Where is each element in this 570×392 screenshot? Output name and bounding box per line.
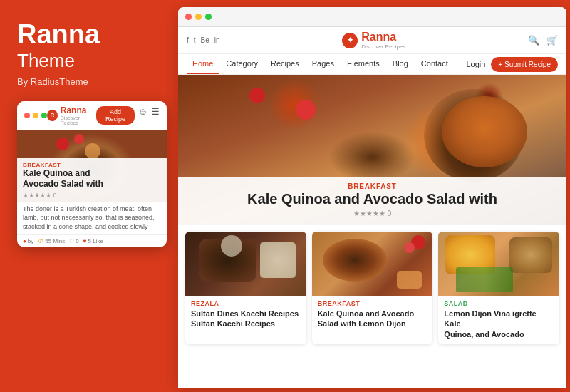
mobile-menu-icon[interactable]: ☰ (151, 106, 160, 125)
brand-name: Ranna (17, 20, 157, 50)
card-3-body: Salad Lemon Dijon Vina igrette Kale Quin… (438, 296, 559, 344)
card-3-title: Lemon Dijon Vina igrette Kale Quinoa, an… (444, 309, 554, 339)
mobile-topbar: R Ranna Discover Recipes Add Recipe ☺ ☰ (17, 101, 167, 130)
search-icon[interactable]: 🔍 (528, 35, 539, 46)
mobile-user-icon[interactable]: ☺ (138, 106, 147, 125)
browser-chrome-bar (178, 7, 566, 27)
mobile-hero-category: Breakfast (23, 162, 161, 168)
header-right-icons: 🔍 🛒 (528, 35, 558, 46)
hero-category: Breakfast (188, 182, 556, 190)
behance-icon[interactable]: Be (201, 36, 209, 44)
nav-category[interactable]: Category (220, 54, 264, 74)
nav-home[interactable]: Home (187, 54, 219, 74)
mobile-likes: ♥ 5 Like (83, 238, 103, 244)
left-panel: Ranna Theme By RadiusTheme R Ranna Disco… (0, 0, 175, 392)
mobile-comment-icon: ♡ (69, 238, 74, 244)
nav-recipes[interactable]: Recipes (265, 54, 305, 74)
facebook-icon[interactable]: f (187, 36, 189, 44)
mobile-nav-icons: Add Recipe ☺ ☰ (96, 106, 160, 125)
cards-row: Rezala Sultan Dines Kacchi Recipes Sulta… (178, 225, 566, 344)
card-3-image (438, 232, 559, 296)
card-2-title: Kale Quinoa and Avocado Salad with Lemon… (318, 309, 428, 329)
mobile-footer: ● by ⏱ 55 Mins ♡ 0 ♥ 5 Like (17, 234, 167, 247)
cart-icon[interactable]: 🛒 (546, 35, 558, 46)
nav-elements[interactable]: Elements (341, 54, 385, 74)
browser-dot-red (185, 14, 192, 20)
mobile-logo-text: Ranna Discover Recipes (61, 105, 96, 125)
mobile-dot-green (41, 113, 47, 118)
card-1-category: Rezala (191, 300, 301, 307)
hero-caption: Breakfast Kale Quinoa and Avocado Salad … (178, 177, 566, 225)
hero-star-icons: ★★★★★ (353, 210, 385, 217)
site-logo-text: Ranna Discover Recipes (361, 31, 405, 50)
mobile-comments: ♡ 0 (69, 238, 78, 244)
mobile-clock-icon: ⏱ (38, 238, 43, 244)
mobile-logo-sub: Discover Recipes (61, 115, 96, 125)
card-2-category: Breakfast (318, 300, 428, 307)
browser-window: f t Be in ✦ Ranna Discover Recipes 🔍 🛒 H… (178, 7, 566, 388)
mobile-author-icon: ● (23, 238, 26, 244)
mobile-window-dots (24, 113, 47, 118)
nav-pages[interactable]: Pages (306, 54, 340, 74)
site-header-top: f t Be in ✦ Ranna Discover Recipes 🔍 🛒 (178, 27, 566, 54)
hero-section: Breakfast Kale Quinoa and Avocado Salad … (178, 75, 566, 225)
browser-dot-yellow (195, 14, 202, 20)
mobile-dot-red (24, 113, 30, 118)
hero-stars: ★★★★★ 0 (188, 209, 556, 217)
browser-dot-green (205, 14, 212, 20)
login-button[interactable]: Login (466, 60, 485, 68)
card-3-category: Salad (444, 300, 554, 307)
mobile-hero-overlay: Breakfast Kale Quinoa and Avocado Salad … (17, 158, 167, 202)
hero-tomato-1 (249, 88, 265, 103)
hero-title: Kale Quinoa and Avocado Salad with (188, 190, 556, 207)
recipe-card-2[interactable]: Breakfast Kale Quinoa and Avocado Salad … (312, 232, 433, 344)
brand-by: By RadiusTheme (17, 76, 157, 87)
hero-tomato-2 (296, 100, 316, 120)
nav-contact[interactable]: Contact (415, 54, 454, 74)
social-icons: f t Be in (187, 36, 220, 44)
hero-star-count: 0 (388, 210, 392, 217)
card-1-body: Rezala Sultan Dines Kacchi Recipes Sulta… (185, 296, 306, 334)
mobile-add-recipe-btn[interactable]: Add Recipe (96, 106, 135, 125)
recipe-card-3[interactable]: Salad Lemon Dijon Vina igrette Kale Quin… (438, 232, 559, 344)
mobile-preview: R Ranna Discover Recipes Add Recipe ☺ ☰ … (17, 101, 167, 247)
mobile-author: ● by (23, 238, 33, 244)
site-logo-icon: ✦ (342, 33, 358, 48)
site-logo-sub: Discover Recipes (361, 43, 405, 50)
nav-right: Login + Submit Recipe (466, 57, 558, 72)
brand-theme: Theme (17, 50, 157, 72)
mobile-logo: R Ranna Discover Recipes (47, 105, 96, 125)
mobile-hero-title: Kale Quinoa and Avocado Salad with (23, 168, 161, 190)
site-logo[interactable]: ✦ Ranna Discover Recipes (342, 31, 405, 50)
linkedin-icon[interactable]: in (214, 36, 220, 44)
card-1-image (185, 232, 306, 296)
nav-blog[interactable]: Blog (387, 54, 414, 74)
mobile-time: ⏱ 55 Mins (38, 238, 65, 244)
recipe-card-1[interactable]: Rezala Sultan Dines Kacchi Recipes Sulta… (185, 232, 306, 344)
card-2-body: Breakfast Kale Quinoa and Avocado Salad … (312, 296, 433, 334)
mobile-description: The doner is a Turkish creation of meat,… (17, 202, 167, 234)
card-2-image (312, 232, 433, 296)
mobile-hero-image: Breakfast Kale Quinoa and Avocado Salad … (17, 130, 167, 202)
nav-links: Home Category Recipes Pages Elements Blo… (187, 54, 454, 74)
mobile-hero-stars: ★★★★★ 0 (23, 192, 161, 199)
card-1-title: Sultan Dines Kacchi Recipes Sultan Kacch… (191, 309, 301, 329)
mobile-dot-yellow (33, 113, 38, 118)
mobile-logo-icon: R (47, 110, 58, 121)
twitter-icon[interactable]: t (194, 36, 196, 44)
submit-recipe-button[interactable]: + Submit Recipe (491, 57, 558, 72)
site-nav: Home Category Recipes Pages Elements Blo… (178, 54, 566, 75)
mobile-heart-icon: ♥ (83, 238, 87, 244)
